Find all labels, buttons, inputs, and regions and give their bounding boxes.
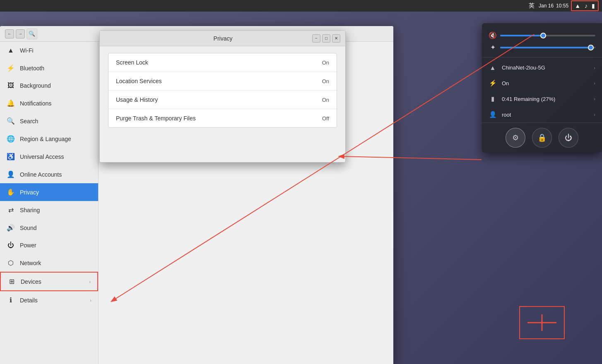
sound-icon: 🔊 <box>7 224 15 232</box>
close-button[interactable]: ✕ <box>332 34 340 43</box>
tray-battery-label: 0:41 Remaining (27%) <box>502 96 589 102</box>
region-icon: 🌐 <box>7 135 15 143</box>
brightness-fill <box>500 47 591 48</box>
privacy-label-usage: Usage & History <box>116 96 158 103</box>
tray-wifi-label: ChinaNet-2lou-5G <box>502 65 589 71</box>
tray-user-label: root <box>502 112 589 118</box>
tray-battery-item[interactable]: ▮ 0:41 Remaining (27%) › <box>482 91 602 107</box>
sidebar: ▲ Wi-Fi ⚡ Bluetooth 🖼 Background 🔔 Notif… <box>0 42 99 364</box>
crosshair-svg <box>523 310 561 335</box>
sidebar-label-privacy: Privacy <box>20 189 92 196</box>
privacy-window: Privacy − □ ✕ Screen Lock On Location Se… <box>99 30 346 163</box>
accounts-icon: 👤 <box>7 170 15 178</box>
sidebar-item-details[interactable]: ℹ Details › <box>0 291 98 309</box>
volume-thumb[interactable] <box>540 33 546 38</box>
sidebar-label-notifications: Notifications <box>20 100 92 107</box>
privacy-list: Screen Lock On Location Services On Usag… <box>108 53 337 128</box>
maximize-button[interactable]: □ <box>322 34 330 43</box>
brightness-icon: ✦ <box>489 43 497 51</box>
volume-track[interactable] <box>500 35 595 36</box>
privacy-label-screen-lock: Screen Lock <box>116 59 148 66</box>
wifi-tray-icon[interactable]: ▲ <box>573 2 582 10</box>
privacy-row-location[interactable]: Location Services On <box>108 72 337 91</box>
tray-settings-button[interactable]: ⚙ <box>506 128 525 148</box>
brightness-thumb[interactable] <box>588 45 594 50</box>
network-icon: ⬡ <box>7 259 15 267</box>
privacy-window-title: Privacy <box>214 35 233 42</box>
tray-user-item[interactable]: 👤 root › <box>482 107 602 122</box>
tray-wifi-item[interactable]: ▲ ChinaNet-2lou-5G › <box>482 60 602 75</box>
tray-sliders: 🔇 ✦ <box>482 28 602 55</box>
privacy-icon: ✋ <box>7 188 15 196</box>
lang-indicator[interactable]: 英 <box>527 1 536 10</box>
sidebar-item-sharing[interactable]: ⇄ Sharing <box>0 201 98 219</box>
tray-power-icon: ⏻ <box>565 134 572 142</box>
tray-battery-icon: ▮ <box>489 95 497 103</box>
privacy-row-purge[interactable]: Purge Trash & Temporary Files Off <box>108 109 337 127</box>
sidebar-item-sound[interactable]: 🔊 Sound <box>0 219 98 237</box>
background-icon: 🖼 <box>7 82 15 89</box>
sidebar-label-background: Background <box>20 82 92 89</box>
taskbar-time: 10:55 <box>556 3 568 9</box>
tray-lock-button[interactable]: 🔒 <box>532 128 552 148</box>
tray-bottom-buttons: ⚙ 🔒 ⏻ <box>482 122 602 153</box>
sidebar-label-bluetooth: Bluetooth <box>20 65 92 72</box>
sound-tray-icon[interactable]: ♪ <box>583 2 589 10</box>
sidebar-item-wifi[interactable]: ▲ Wi-Fi <box>0 42 98 59</box>
tray-user-arrow: › <box>594 112 595 117</box>
sidebar-item-background[interactable]: 🖼 Background <box>0 77 98 94</box>
sidebar-item-search[interactable]: 🔍 Search <box>0 112 98 130</box>
taskbar-date: Jan 16 <box>539 3 554 9</box>
details-icon: ℹ <box>7 296 15 304</box>
brightness-track[interactable] <box>500 47 595 48</box>
sidebar-item-network[interactable]: ⬡ Network <box>0 254 98 272</box>
battery-tray-icon[interactable]: ▮ <box>590 2 597 10</box>
sidebar-label-wifi: Wi-Fi <box>20 47 92 54</box>
tray-divider-1 <box>482 57 602 57</box>
forward-button[interactable]: → <box>16 29 25 38</box>
sidebar-item-universal-access[interactable]: ♿ Universal Access <box>0 148 98 165</box>
desktop-background: ← → 🔍 Settings ▲ Wi-Fi ⚡ Bluetooth 🖼 <box>0 12 602 364</box>
search-button[interactable]: 🔍 <box>26 29 37 39</box>
sidebar-item-online-accounts[interactable]: 👤 Online Accounts <box>0 165 98 183</box>
tray-wifi-icon: ▲ <box>489 64 497 71</box>
search-icon: 🔍 <box>7 117 15 125</box>
sidebar-label-network: Network <box>20 260 92 266</box>
tray-lock-icon: 🔒 <box>537 133 547 142</box>
sidebar-label-details: Details <box>20 297 85 304</box>
wifi-icon: ▲ <box>7 47 15 54</box>
sidebar-label-region: Region & Language <box>20 136 92 142</box>
privacy-value-screen-lock: On <box>322 60 329 66</box>
sidebar-item-region[interactable]: 🌐 Region & Language <box>0 130 98 148</box>
notifications-icon: 🔔 <box>7 99 15 107</box>
sidebar-item-devices[interactable]: ⊞ Devices › <box>0 272 98 291</box>
sidebar-item-power[interactable]: ⏻ Power <box>0 237 98 254</box>
tray-bluetooth-item[interactable]: ⚡ On › <box>482 75 602 91</box>
sidebar-item-bluetooth[interactable]: ⚡ Bluetooth <box>0 59 98 77</box>
privacy-row-usage[interactable]: Usage & History On <box>108 91 337 109</box>
devices-icon: ⊞ <box>7 278 16 285</box>
taskbar: 英 Jan 16 10:55 ▲ ♪ ▮ <box>0 0 602 12</box>
privacy-window-body: Screen Lock On Location Services On Usag… <box>100 46 345 162</box>
devices-chevron: › <box>89 279 91 284</box>
system-tray-icons[interactable]: ▲ ♪ ▮ <box>571 0 599 11</box>
tray-bluetooth-arrow: › <box>594 81 595 86</box>
privacy-value-purge: Off <box>322 115 329 122</box>
sidebar-label-sharing: Sharing <box>20 207 92 213</box>
sidebar-label-online-accounts: Online Accounts <box>20 171 92 178</box>
tray-power-button[interactable]: ⏻ <box>559 128 578 148</box>
sidebar-item-notifications[interactable]: 🔔 Notifications <box>0 94 98 112</box>
minimize-button[interactable]: − <box>312 34 320 43</box>
privacy-label-purge: Purge Trash & Temporary Files <box>116 115 196 122</box>
details-chevron: › <box>90 298 92 303</box>
tray-battery-arrow: › <box>594 96 595 101</box>
sharing-icon: ⇄ <box>7 206 15 214</box>
sidebar-label-sound: Sound <box>20 225 92 231</box>
privacy-row-screen-lock[interactable]: Screen Lock On <box>108 53 337 72</box>
privacy-value-usage: On <box>322 97 329 103</box>
sidebar-label-power: Power <box>20 242 92 249</box>
annotation-crosshair-box <box>519 306 565 339</box>
back-button[interactable]: ← <box>5 29 14 38</box>
sidebar-label-universal-access: Universal Access <box>20 153 92 160</box>
sidebar-item-privacy[interactable]: ✋ Privacy <box>0 183 98 201</box>
